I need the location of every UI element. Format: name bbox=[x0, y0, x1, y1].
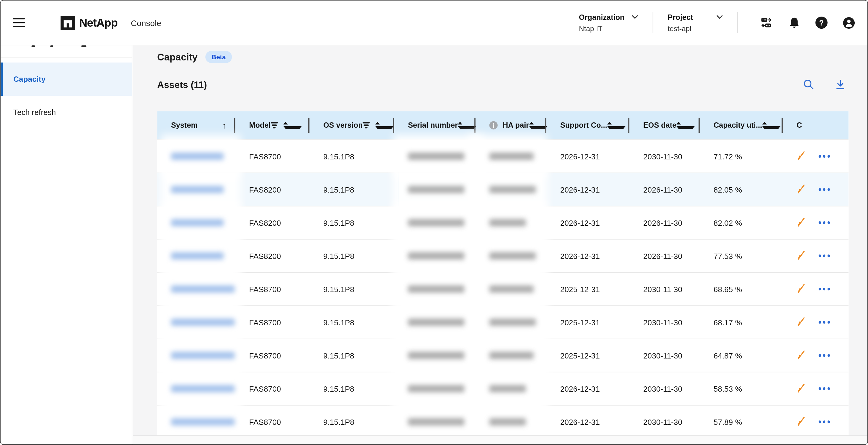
sidebar-item-tech-refresh[interactable]: Tech refresh bbox=[1, 96, 132, 129]
column-header-support_contract[interactable]: Support Co... bbox=[546, 111, 629, 139]
cell-capacity-trend bbox=[783, 373, 848, 405]
cell-os-version: 9.15.1P8 bbox=[309, 240, 394, 272]
row-actions-menu[interactable] bbox=[817, 288, 831, 290]
serial-number-redacted bbox=[408, 385, 465, 392]
cell-capacity-utilization: 82.05 % bbox=[700, 173, 783, 205]
brand-name: NetApp bbox=[79, 16, 117, 29]
column-controls bbox=[607, 122, 625, 129]
cell-os-version: 9.15.1P8 bbox=[309, 206, 394, 239]
cell-serial-number bbox=[394, 306, 475, 339]
column-header-ha_pair[interactable]: iHA pair bbox=[475, 111, 546, 139]
cell-eos-date: 2030-11-30 bbox=[629, 373, 700, 405]
row-actions-menu[interactable] bbox=[817, 387, 831, 390]
column-header-left: Serial number bbox=[408, 121, 458, 129]
ha-pair-redacted bbox=[490, 219, 526, 226]
assets-count-heading: Assets (11) bbox=[157, 80, 207, 91]
cell-system bbox=[157, 306, 235, 339]
cell-ha-pair bbox=[475, 173, 546, 205]
row-actions-menu[interactable] bbox=[817, 221, 831, 224]
beta-badge: Beta bbox=[206, 51, 232, 63]
trend-sparkline-icon[interactable] bbox=[796, 283, 806, 295]
trend-sparkline-icon[interactable] bbox=[796, 349, 806, 361]
trend-sparkline-icon[interactable] bbox=[796, 416, 806, 428]
system-link-redacted[interactable] bbox=[171, 186, 223, 193]
cell-eos-date: 2026-11-30 bbox=[629, 206, 700, 239]
trend-sparkline-icon[interactable] bbox=[796, 316, 806, 328]
table-body: FAS87009.15.1P82026-12-312030-11-3071.72… bbox=[157, 139, 848, 436]
project-value: test-api bbox=[668, 24, 723, 32]
system-link-redacted[interactable] bbox=[171, 319, 235, 326]
row-actions-menu[interactable] bbox=[817, 254, 831, 257]
system-link-redacted[interactable] bbox=[171, 385, 235, 392]
cell-serial-number bbox=[394, 373, 475, 405]
row-actions-menu[interactable] bbox=[817, 421, 831, 423]
hamburger-menu-icon[interactable] bbox=[10, 14, 27, 31]
cell-model: FAS8200 bbox=[236, 173, 309, 205]
account-icon[interactable] bbox=[842, 16, 855, 29]
header-divider bbox=[737, 12, 738, 33]
table-row[interactable]: FAS87009.15.1P82026-12-312030-11-3058.53… bbox=[157, 372, 848, 405]
column-header-system[interactable]: System↑ bbox=[157, 111, 235, 139]
connector-icon[interactable] bbox=[760, 16, 773, 29]
table-row[interactable]: FAS87009.15.1P82025-12-312030-11-3068.65… bbox=[157, 272, 848, 306]
row-actions-menu[interactable] bbox=[817, 188, 831, 191]
trend-sparkline-icon[interactable] bbox=[796, 382, 806, 394]
system-link-redacted[interactable] bbox=[171, 252, 223, 259]
cell-capacity-utilization: 82.02 % bbox=[700, 206, 783, 239]
sidebar-item-capacity[interactable]: Capacity bbox=[1, 63, 132, 96]
table-row[interactable]: FAS87009.15.1P82025-12-312030-11-3068.17… bbox=[157, 306, 848, 339]
column-label: System bbox=[171, 121, 198, 129]
organization-selector[interactable]: Organization Ntap IT bbox=[579, 13, 639, 32]
top-header: NetApp Console Organization Ntap IT Proj… bbox=[1, 1, 867, 45]
download-icon[interactable] bbox=[834, 78, 846, 91]
system-link-redacted[interactable] bbox=[171, 153, 223, 160]
cell-serial-number bbox=[394, 173, 475, 205]
app-window: NetApp Console Organization Ntap IT Proj… bbox=[0, 0, 868, 445]
column-header-serial_number[interactable]: Serial number bbox=[394, 111, 475, 139]
table-row[interactable]: FAS82009.15.1P82026-12-312026-11-3077.53… bbox=[157, 239, 848, 272]
filter-icon[interactable] bbox=[271, 122, 278, 128]
netapp-logo[interactable]: NetApp bbox=[60, 15, 118, 30]
cell-capacity-trend bbox=[783, 206, 848, 239]
help-icon[interactable]: ? bbox=[815, 17, 828, 29]
cell-os-version: 9.15.1P8 bbox=[309, 173, 394, 205]
project-selector[interactable]: Project test-api bbox=[668, 13, 723, 32]
system-link-redacted[interactable] bbox=[171, 352, 235, 359]
column-header-eos_date[interactable]: EOS date bbox=[629, 111, 700, 139]
cell-serial-number bbox=[394, 206, 475, 239]
ha-pair-redacted bbox=[490, 385, 526, 392]
table-row[interactable]: FAS87009.15.1P82026-12-312030-11-3057.89… bbox=[157, 405, 848, 436]
row-actions-menu[interactable] bbox=[817, 321, 831, 323]
cell-serial-number bbox=[394, 140, 475, 172]
system-link-redacted[interactable] bbox=[171, 418, 235, 425]
info-icon[interactable]: i bbox=[490, 121, 498, 129]
table-row[interactable]: FAS82009.15.1P82026-12-312026-11-3082.05… bbox=[157, 173, 848, 206]
trend-sparkline-icon[interactable] bbox=[796, 217, 806, 229]
column-header-model[interactable]: Model bbox=[236, 111, 309, 139]
column-header-left: Model bbox=[249, 121, 271, 129]
row-actions-menu[interactable] bbox=[817, 155, 831, 158]
notifications-bell-icon[interactable] bbox=[788, 16, 800, 29]
cell-os-version: 9.15.1P8 bbox=[309, 140, 394, 172]
search-icon[interactable] bbox=[803, 78, 815, 91]
trend-sparkline-icon[interactable] bbox=[796, 150, 806, 162]
serial-number-redacted bbox=[408, 352, 465, 359]
system-link-redacted[interactable] bbox=[171, 219, 223, 226]
column-header-os_version[interactable]: OS version bbox=[309, 111, 394, 139]
filter-icon[interactable] bbox=[363, 122, 370, 128]
column-header-capacity_utilization[interactable]: Capacity uti... bbox=[700, 111, 783, 139]
bottom-scroll-track[interactable] bbox=[133, 436, 867, 444]
row-actions-menu[interactable] bbox=[817, 354, 831, 357]
ha-pair-redacted bbox=[490, 286, 534, 293]
trend-sparkline-icon[interactable] bbox=[796, 250, 806, 262]
sort-icon bbox=[283, 122, 302, 129]
table-row[interactable]: FAS87009.15.1P82026-12-312030-11-3071.72… bbox=[157, 139, 848, 173]
column-header-capacity_trend[interactable]: C bbox=[783, 111, 848, 139]
system-link-redacted[interactable] bbox=[171, 286, 235, 293]
table-row[interactable]: FAS82009.15.1P82026-12-312026-11-3082.02… bbox=[157, 206, 848, 239]
table-row[interactable]: FAS87009.15.1P82025-12-312030-11-3064.87… bbox=[157, 339, 848, 372]
organization-label: Organization bbox=[579, 13, 625, 21]
column-header-left: Capacity uti... bbox=[714, 121, 762, 129]
cell-eos-date: 2030-11-30 bbox=[629, 406, 700, 436]
trend-sparkline-icon[interactable] bbox=[796, 183, 806, 195]
